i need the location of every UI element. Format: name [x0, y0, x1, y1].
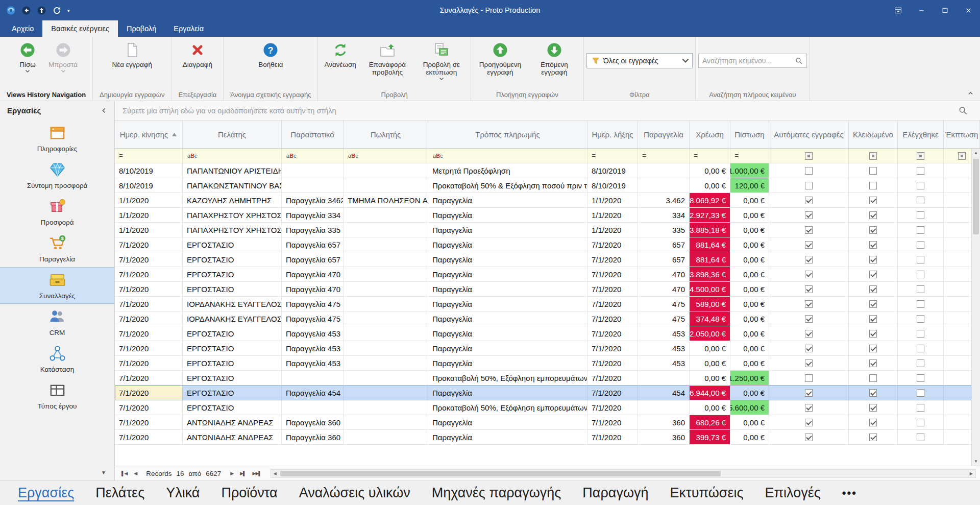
cell-payment-method[interactable]: Παραγγελία: [428, 282, 587, 296]
cell-due-date[interactable]: 1/1/2020: [587, 208, 638, 222]
cell-credit[interactable]: 0,00 €: [730, 252, 769, 267]
cell-client[interactable]: ΕΡΓΟΣΤΑΣΙΟ: [183, 386, 282, 400]
cell-order[interactable]: 360: [638, 415, 690, 429]
cell-auto-entries[interactable]: [769, 163, 849, 178]
refresh-button[interactable]: Ανανέωση: [321, 39, 359, 69]
cell-movement-date[interactable]: 7/1/2020: [115, 237, 183, 252]
bottom-tab-material-consumption[interactable]: Αναλώσεις υλικών: [288, 485, 421, 501]
filter-cell-locked[interactable]: [849, 149, 898, 163]
sidebar-item-information[interactable]: Πληροφορίες: [0, 120, 114, 157]
auto-entries-checkbox[interactable]: [805, 256, 813, 263]
locked-checkbox[interactable]: [869, 241, 877, 249]
cell-movement-date[interactable]: 7/1/2020: [115, 356, 183, 370]
cell-due-date[interactable]: 1/1/2020: [587, 193, 638, 207]
cell-auto-entries[interactable]: [769, 326, 849, 341]
delete-button[interactable]: Διαγραφή: [179, 39, 216, 69]
sidebar-item-crm[interactable]: CRM: [0, 304, 114, 341]
sidebar-scroll-down-icon[interactable]: ▼: [101, 470, 106, 475]
locked-checkbox[interactable]: [869, 167, 877, 175]
cell-document[interactable]: Παραγγελία 453: [282, 326, 344, 341]
sidebar-collapse-icon[interactable]: [101, 107, 107, 114]
cell-credit[interactable]: 0,00 €: [730, 223, 769, 237]
cell-locked[interactable]: [849, 430, 898, 444]
auto-entries-checkbox[interactable]: [805, 315, 813, 323]
cell-auto-entries[interactable]: [769, 311, 849, 326]
cell-seller[interactable]: [344, 326, 428, 341]
column-header-discount[interactable]: Έκπτωση: [944, 121, 980, 148]
column-header-document[interactable]: Παραστατικό: [282, 121, 344, 148]
cell-order[interactable]: 470: [638, 282, 690, 296]
cell-order[interactable]: 657: [638, 252, 690, 267]
cell-client[interactable]: ΕΡΓΟΣΤΑΣΙΟ: [183, 252, 282, 267]
cell-seller[interactable]: [344, 223, 428, 237]
menu-tab-basic-actions[interactable]: Βασικές ενέργειες: [42, 20, 118, 37]
cell-locked[interactable]: [849, 386, 898, 400]
cell-credit[interactable]: 0,00 €: [730, 326, 769, 341]
scroll-right-icon[interactable]: ▶: [967, 471, 975, 476]
filter-checkbox[interactable]: [958, 152, 966, 160]
cell-verified[interactable]: [898, 178, 944, 193]
column-header-auto-entries[interactable]: Αυτόματες εγγραφές: [769, 121, 849, 148]
cell-client[interactable]: ΙΟΡΔΑΝΑΚΗΣ ΕΥΑΓΓΕΛΟΣ: [183, 311, 282, 326]
help-button[interactable]: ?Βοήθεια: [254, 39, 287, 69]
cell-due-date[interactable]: 7/1/2020: [587, 267, 638, 281]
auto-entries-checkbox[interactable]: [805, 330, 813, 338]
cell-locked[interactable]: [849, 252, 898, 267]
print-preview-button[interactable]: Προβολή σε εκτύπωση: [415, 39, 468, 82]
cell-seller[interactable]: [344, 163, 428, 178]
cell-order[interactable]: 335: [638, 223, 690, 237]
auto-entries-checkbox[interactable]: [805, 300, 813, 308]
cell-client[interactable]: ΠΑΠΑΚΩΝΣΤΑΝΤΙΝΟΥ ΒΑΣΙΛΗΣ: [183, 178, 282, 193]
verified-checkbox[interactable]: [917, 167, 924, 175]
cell-locked[interactable]: [849, 400, 898, 415]
cell-debit[interactable]: 6.944,00 €: [690, 386, 730, 400]
cell-locked[interactable]: [849, 208, 898, 222]
reset-view-button[interactable]: Επαναφορά προβολής: [361, 39, 414, 77]
cell-order[interactable]: 3.462: [638, 193, 690, 207]
cell-due-date[interactable]: 8/10/2019: [587, 178, 638, 193]
cell-movement-date[interactable]: 7/1/2020: [115, 267, 183, 281]
cell-debit[interactable]: 374,48 €: [690, 311, 730, 326]
grid-row[interactable]: 7/1/2020ΕΡΓΟΣΤΑΣΙΟΠαραγγελία 454Παραγγελ…: [115, 386, 980, 400]
cell-order[interactable]: 454: [638, 386, 690, 400]
verified-checkbox[interactable]: [917, 300, 924, 308]
cell-debit[interactable]: 0,00 €: [690, 371, 730, 385]
cell-seller[interactable]: [344, 430, 428, 444]
sidebar-item-status[interactable]: Κατάσταση: [0, 341, 114, 377]
menu-tab-view[interactable]: Προβολή: [118, 20, 165, 37]
bottom-tab-production[interactable]: Παραγωγή: [572, 485, 659, 501]
cell-locked[interactable]: [849, 326, 898, 341]
cell-verified[interactable]: [898, 282, 944, 296]
cell-movement-date[interactable]: 7/1/2020: [115, 386, 183, 400]
verified-checkbox[interactable]: [917, 197, 924, 204]
cell-verified[interactable]: [898, 297, 944, 311]
auto-entries-checkbox[interactable]: [805, 271, 813, 278]
cell-document[interactable]: [282, 371, 344, 385]
cell-locked[interactable]: [849, 163, 898, 178]
sidebar-item-quick-offer[interactable]: Σύντομη προσφορά: [0, 157, 114, 194]
cell-verified[interactable]: [898, 163, 944, 178]
maximize-button[interactable]: [933, 0, 957, 20]
locked-checkbox[interactable]: [869, 315, 877, 323]
horizontal-scrollbar[interactable]: ◀ ▶: [271, 469, 976, 478]
ribbon-collapse-icon[interactable]: [967, 90, 974, 97]
grid-row[interactable]: 7/1/2020ΕΡΓΟΣΤΑΣΙΟΠροκαταβολή 50%, Εξόφλ…: [115, 400, 980, 415]
cell-payment-method[interactable]: Παραγγελία: [428, 208, 587, 222]
cell-due-date[interactable]: 1/1/2020: [587, 223, 638, 237]
filter-cell-client[interactable]: aBc: [183, 149, 282, 163]
verified-checkbox[interactable]: [917, 419, 924, 426]
cell-document[interactable]: Παραγγελία 453: [282, 356, 344, 370]
filter-cell-movement-date[interactable]: =: [115, 149, 183, 163]
menu-tab-tools[interactable]: Εργαλεία: [165, 20, 212, 37]
records-filter-dropdown[interactable]: Όλες οι εγγραφές: [586, 53, 693, 68]
column-header-credit[interactable]: Πίστωση: [730, 121, 769, 148]
cell-locked[interactable]: [849, 311, 898, 326]
cell-auto-entries[interactable]: [769, 400, 849, 415]
auto-entries-checkbox[interactable]: [805, 419, 813, 426]
cell-auto-entries[interactable]: [769, 252, 849, 267]
filter-cell-document[interactable]: aBc: [282, 149, 344, 163]
cell-debit[interactable]: 0,00 €: [690, 400, 730, 415]
previous-record-button[interactable]: Προηγούμενη εγγραφή: [474, 39, 527, 77]
locked-checkbox[interactable]: [869, 404, 877, 412]
cell-credit[interactable]: 0,00 €: [730, 430, 769, 444]
